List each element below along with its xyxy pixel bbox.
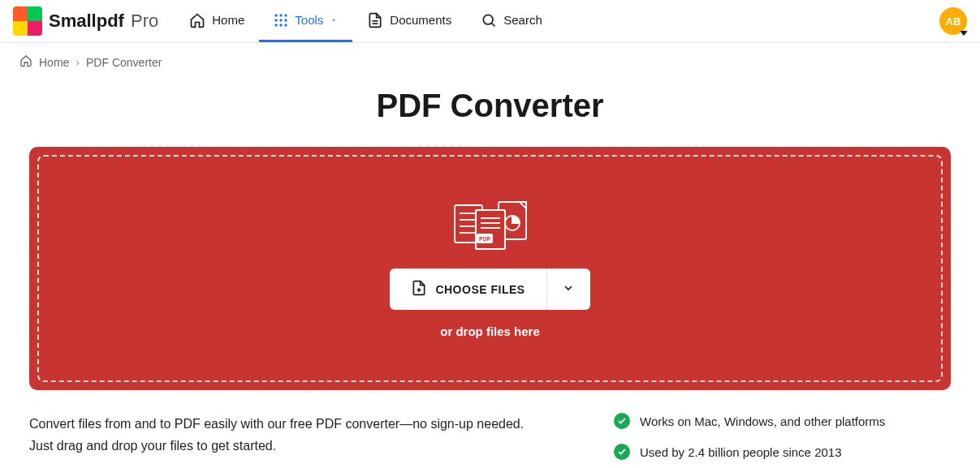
file-dropzone[interactable]: PDF CHOOSE FILES or drop files here — [29, 147, 951, 390]
home-icon — [189, 12, 205, 28]
user-avatar[interactable]: AB — [939, 7, 967, 35]
logo-mark-icon — [13, 6, 42, 36]
svg-point-0 — [275, 14, 278, 16]
breadcrumb-home[interactable]: Home — [39, 56, 69, 69]
choose-files-button[interactable]: CHOOSE FILES — [390, 268, 546, 310]
nav-search[interactable]: Search — [466, 0, 557, 42]
lower-section: Convert files from and to PDF easily wit… — [0, 390, 980, 468]
grid-icon — [274, 13, 288, 28]
primary-nav: Home Tools Documents Search — [175, 0, 556, 42]
nav-documents[interactable]: Documents — [352, 0, 466, 42]
feature-item: Used by 2.4 billion people since 2013 — [614, 444, 922, 460]
nav-tools-label: Tools — [295, 13, 323, 27]
svg-line-12 — [492, 23, 495, 26]
svg-point-7 — [280, 24, 283, 26]
dropzone-inner: PDF CHOOSE FILES or drop files here — [37, 155, 943, 382]
svg-point-11 — [484, 15, 494, 24]
svg-point-4 — [280, 19, 283, 21]
document-icon — [367, 12, 383, 28]
chevron-down-icon — [562, 281, 575, 298]
nav-search-label: Search — [503, 13, 542, 27]
search-icon — [481, 12, 497, 28]
brand-name: Smallpdf Pro — [49, 11, 158, 32]
topbar: Smallpdf Pro Home Tools Documents — [0, 0, 980, 43]
feature-item: Works on Mac, Windows, and other platfor… — [614, 413, 922, 429]
page-title: PDF Converter — [0, 88, 980, 124]
nav-documents-label: Documents — [390, 13, 451, 27]
nav-home-label: Home — [212, 13, 244, 27]
feature-list: Works on Mac, Windows, and other platfor… — [614, 413, 922, 460]
choose-files-more-button[interactable] — [546, 268, 590, 310]
check-icon — [614, 413, 630, 429]
svg-point-5 — [285, 19, 287, 21]
check-icon — [614, 444, 630, 460]
avatar-initials: AB — [946, 15, 961, 28]
breadcrumb: Home › PDF Converter — [0, 43, 980, 81]
file-add-icon — [411, 280, 427, 298]
drop-hint: or drop files here — [440, 324, 540, 338]
svg-point-1 — [280, 14, 283, 16]
svg-point-2 — [285, 14, 287, 16]
svg-point-6 — [275, 24, 278, 26]
chevron-down-icon — [330, 16, 338, 24]
brand-logo[interactable]: Smallpdf Pro — [13, 6, 158, 36]
nav-tools[interactable]: Tools — [259, 0, 352, 42]
home-icon — [19, 54, 32, 70]
choose-files-group: CHOOSE FILES — [390, 268, 589, 310]
feature-text: Works on Mac, Windows, and other platfor… — [640, 414, 885, 428]
breadcrumb-current: PDF Converter — [86, 56, 162, 69]
choose-files-label: CHOOSE FILES — [435, 283, 525, 296]
description-text: Convert files from and to PDF easily wit… — [29, 413, 549, 460]
feature-text: Used by 2.4 billion people since 2013 — [640, 445, 842, 459]
svg-text:PDF: PDF — [479, 236, 491, 242]
breadcrumb-separator: › — [76, 56, 80, 69]
files-illustration-icon: PDF — [450, 199, 531, 254]
nav-home[interactable]: Home — [175, 0, 259, 42]
svg-point-3 — [275, 19, 278, 21]
svg-point-8 — [285, 24, 287, 26]
